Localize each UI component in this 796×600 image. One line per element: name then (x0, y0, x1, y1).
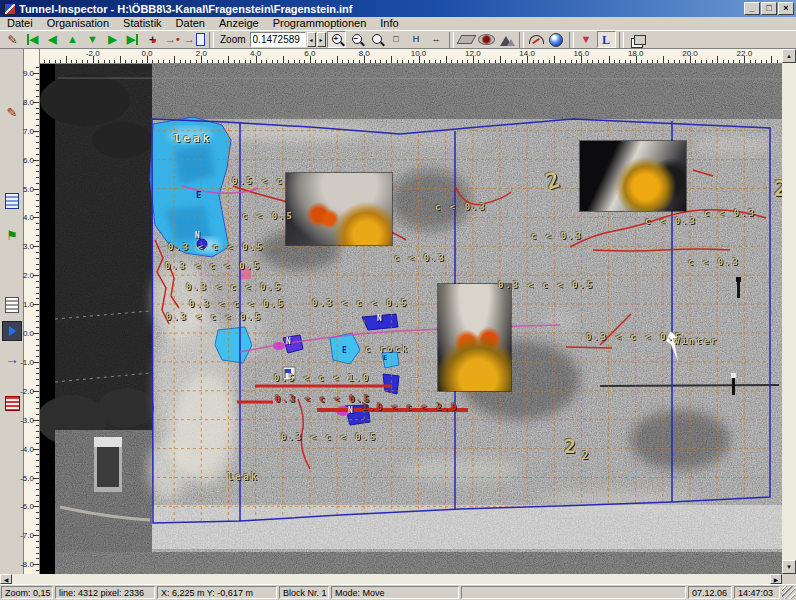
annotation-pen-tool[interactable]: ✎ (2, 102, 22, 122)
ruler-tick (560, 60, 561, 63)
scan-annotation: N (286, 337, 293, 346)
zoom-spin-left[interactable]: ◂ (307, 32, 316, 47)
scan-annotation: c < 0.3 (688, 257, 740, 267)
ruler-tick (326, 60, 327, 63)
menu-anzeige[interactable]: Anzeige (212, 17, 266, 30)
menu-datei[interactable]: Datei (0, 17, 40, 30)
ruler-tick (185, 60, 186, 63)
ruler-tick (511, 60, 512, 63)
minimize-button[interactable]: _ (744, 2, 760, 15)
scan-annotation: N (377, 314, 384, 323)
layer-l-button[interactable]: L (597, 31, 616, 48)
close-button[interactable]: × (778, 2, 794, 15)
ruler-tick (549, 60, 550, 63)
goto-point-button[interactable]: →• (163, 31, 182, 48)
nav-last-button[interactable]: ▶ (123, 31, 142, 48)
edit-tool-button[interactable]: ✎ (3, 31, 22, 48)
nav-down-button[interactable]: ▼ (83, 31, 102, 48)
zoom-window-button[interactable]: □ (387, 31, 406, 48)
menu-statistik[interactable]: Statistik (116, 17, 169, 30)
menu-daten[interactable]: Daten (169, 17, 212, 30)
zoom-in-button[interactable]: + (327, 31, 346, 48)
histogram-button[interactable] (497, 31, 516, 48)
scan-annotation: 0.3 < c < 0.5 (165, 261, 261, 271)
ruler-tick (505, 60, 506, 63)
ruler-tick (76, 60, 77, 63)
maximize-button[interactable]: □ (761, 2, 777, 15)
zoom-out-button[interactable]: − (347, 31, 366, 48)
goto-block-button[interactable]: → (183, 31, 206, 48)
ruler-tick (36, 495, 39, 496)
scroll-right-arrow[interactable]: ▶ (770, 574, 782, 584)
horizontal-scrollbar[interactable]: ◀ ▶ (0, 574, 782, 584)
scroll-up-arrow[interactable]: ▲ (782, 49, 796, 63)
ruler-tick (609, 56, 610, 63)
nav-next-button[interactable]: ▶ (103, 31, 122, 48)
scan-annotation: c < 0.3 (435, 202, 487, 212)
ruler-tick (679, 60, 680, 63)
ruler-tick (36, 472, 39, 473)
red-block-tool[interactable] (2, 393, 22, 413)
ruler-tick (36, 148, 39, 149)
ruler-tick (180, 60, 181, 63)
flag-tool[interactable]: ⚑ (2, 225, 22, 245)
funnel-button[interactable]: ▼ (577, 31, 596, 48)
ruler-tick (321, 60, 322, 63)
zoom-window-button-icon: □ (393, 35, 398, 44)
edit-tool-button-icon: ✎ (7, 34, 17, 46)
resize-grip[interactable] (782, 586, 795, 599)
toolbar-separator (209, 32, 214, 48)
menu-organisation[interactable]: Organisation (40, 17, 116, 30)
red-eye-button[interactable] (477, 31, 496, 48)
ruler-tick (174, 56, 175, 63)
ruler-tick (750, 60, 751, 63)
menu-programmoptionen[interactable]: Programmoptionen (266, 17, 374, 30)
ruler-tick (674, 60, 675, 63)
ruler-tick (36, 67, 39, 68)
ruler-tick (169, 60, 170, 63)
arrow-tool[interactable]: → (2, 349, 22, 369)
fit-height-button[interactable]: H (407, 31, 426, 48)
zoom-input[interactable] (250, 32, 306, 47)
ruler-tick (516, 60, 517, 63)
ruler-tick (36, 113, 39, 114)
zoom-spin-right[interactable]: ▸ (317, 32, 326, 47)
ruler-label: 8.0 (23, 97, 34, 106)
nav-prev-button[interactable]: ◀ (43, 31, 62, 48)
scan-annotation: 0.3 < c < 0.5 (275, 394, 371, 404)
status-field-5 (461, 586, 686, 599)
ruler-tick (98, 60, 99, 63)
nav-first-button[interactable]: ◀ (23, 31, 42, 48)
globe-button[interactable] (547, 31, 566, 48)
ruler-tick (36, 316, 39, 317)
scan-canvas[interactable]: leakE0.5 < cc < 0.5N0.3 < c < 0.50.3 < c… (40, 64, 782, 574)
toolbar-separator (619, 32, 624, 48)
ruler-tick (533, 60, 534, 63)
ruler-tick (663, 56, 664, 63)
notes-tool[interactable] (2, 191, 22, 211)
toolbar-separator (569, 32, 574, 48)
fit-width-button-icon: ↔ (432, 35, 441, 44)
scan-annotation: 0.5 < c (232, 176, 284, 186)
ruler-tick (36, 397, 39, 398)
ruler-tick (712, 60, 713, 63)
ruler-tick (337, 56, 338, 63)
eraser-button[interactable] (457, 31, 476, 48)
ruler-tick (641, 60, 642, 63)
gauge-button[interactable] (527, 31, 546, 48)
ruler-tick (36, 264, 39, 265)
document-tool[interactable] (2, 295, 22, 315)
image-arrow-tool[interactable] (2, 321, 22, 341)
ruler-tick (359, 60, 360, 63)
ruler-tick (212, 60, 213, 63)
nav-up-button[interactable]: ▲ (63, 31, 82, 48)
ruler-label: 22.0 (737, 49, 753, 58)
zoom-region-button[interactable] (367, 31, 386, 48)
vertical-scrollbar[interactable]: ▲ ▼ (782, 49, 796, 574)
fit-width-button[interactable]: ↔ (427, 31, 446, 48)
scroll-down-arrow[interactable]: ▼ (782, 560, 796, 574)
menu-info[interactable]: Info (373, 17, 405, 30)
point-marker-button[interactable]: + (143, 31, 162, 48)
export-window-button[interactable] (627, 31, 646, 48)
scroll-left-arrow[interactable]: ◀ (0, 574, 12, 584)
